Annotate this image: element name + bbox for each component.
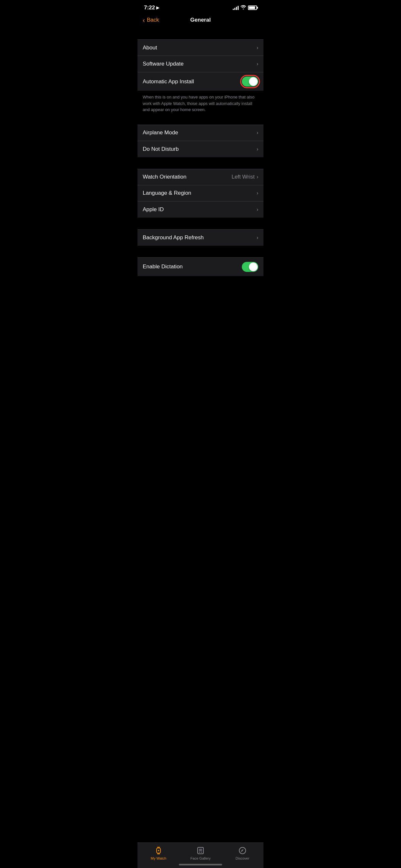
apple-id-row[interactable]: Apple ID › [137, 202, 264, 218]
section-gap-2 [137, 118, 264, 125]
auto-install-row[interactable]: Automatic App Install [137, 72, 264, 91]
auto-install-description: When this is on and you have apps on you… [143, 94, 258, 113]
signal-bar-1 [233, 9, 234, 10]
auto-install-description-row: When this is on and you have apps on you… [137, 91, 264, 118]
enable-dictation-toggle[interactable] [242, 262, 258, 272]
back-button[interactable]: ‹ Back [143, 17, 159, 24]
about-row[interactable]: About › [137, 40, 264, 56]
section-gap-4 [137, 218, 264, 229]
settings-group-4: Background App Refresh › [137, 229, 264, 246]
enable-dictation-toggle-thumb [249, 262, 258, 271]
status-icons [233, 5, 257, 10]
enable-dictation-row[interactable]: Enable Dictation [137, 258, 264, 276]
watch-orientation-value: Left Wrist [232, 174, 254, 180]
auto-install-toggle[interactable] [242, 76, 258, 87]
software-update-label: Software Update [143, 61, 184, 67]
language-region-chevron-icon: › [257, 190, 258, 196]
auto-install-label: Automatic App Install [143, 79, 194, 85]
dictation-group: Enable Dictation [137, 257, 264, 276]
background-app-refresh-chevron-icon: › [257, 235, 258, 241]
airplane-mode-label: Airplane Mode [143, 129, 178, 136]
watch-orientation-right: Left Wrist › [232, 174, 258, 180]
software-update-right: › [257, 61, 258, 67]
nav-header: ‹ Back General [137, 13, 264, 28]
signal-bar-3 [236, 7, 237, 10]
about-right: › [257, 45, 258, 51]
background-app-refresh-row[interactable]: Background App Refresh › [137, 229, 264, 246]
about-label: About [143, 44, 157, 51]
auto-install-toggle-thumb [249, 77, 258, 86]
watch-orientation-row[interactable]: Watch Orientation Left Wrist › [137, 169, 264, 185]
wifi-icon [241, 5, 246, 10]
language-region-label: Language & Region [143, 190, 191, 196]
do-not-disturb-right: › [257, 146, 258, 152]
time-display: 7:22 [144, 4, 155, 11]
airplane-mode-right: › [257, 130, 258, 135]
settings-group-3: Watch Orientation Left Wrist › Language … [137, 169, 264, 218]
page-title: General [190, 17, 211, 23]
section-gap-3 [137, 157, 264, 169]
do-not-disturb-chevron-icon: › [257, 146, 258, 152]
software-update-row[interactable]: Software Update › [137, 56, 264, 72]
section-gap-5 [137, 246, 264, 257]
do-not-disturb-row[interactable]: Do Not Disturb › [137, 141, 264, 157]
auto-install-group: Automatic App Install [137, 72, 264, 91]
signal-bar-4 [238, 6, 239, 10]
apple-id-right: › [257, 207, 258, 213]
about-chevron-icon: › [257, 45, 258, 51]
language-region-row[interactable]: Language & Region › [137, 185, 264, 202]
watch-orientation-label: Watch Orientation [143, 174, 186, 180]
status-bar: 7:22 ▶ [137, 0, 264, 13]
status-time: 7:22 ▶ [144, 4, 159, 11]
background-app-refresh-label: Background App Refresh [143, 235, 204, 241]
battery-icon [248, 5, 257, 10]
apple-id-chevron-icon: › [257, 207, 258, 213]
language-region-right: › [257, 190, 258, 196]
signal-bar-2 [235, 8, 235, 10]
location-icon: ▶ [156, 5, 159, 10]
signal-bars [233, 5, 239, 10]
background-app-refresh-right: › [257, 235, 258, 241]
do-not-disturb-label: Do Not Disturb [143, 146, 179, 152]
section-gap-1 [137, 28, 264, 39]
main-content: About › Software Update › Automatic App … [137, 28, 264, 305]
apple-id-label: Apple ID [143, 206, 164, 213]
software-update-chevron-icon: › [257, 61, 258, 67]
back-chevron-icon: ‹ [143, 17, 145, 24]
settings-group-2: Airplane Mode › Do Not Disturb › [137, 125, 264, 157]
back-label: Back [147, 17, 159, 23]
enable-dictation-label: Enable Dictation [143, 264, 183, 270]
airplane-mode-row[interactable]: Airplane Mode › [137, 125, 264, 141]
watch-orientation-chevron-icon: › [257, 174, 258, 180]
battery-fill [249, 6, 255, 9]
settings-group-1: About › Software Update › [137, 39, 264, 72]
airplane-mode-chevron-icon: › [257, 130, 258, 135]
